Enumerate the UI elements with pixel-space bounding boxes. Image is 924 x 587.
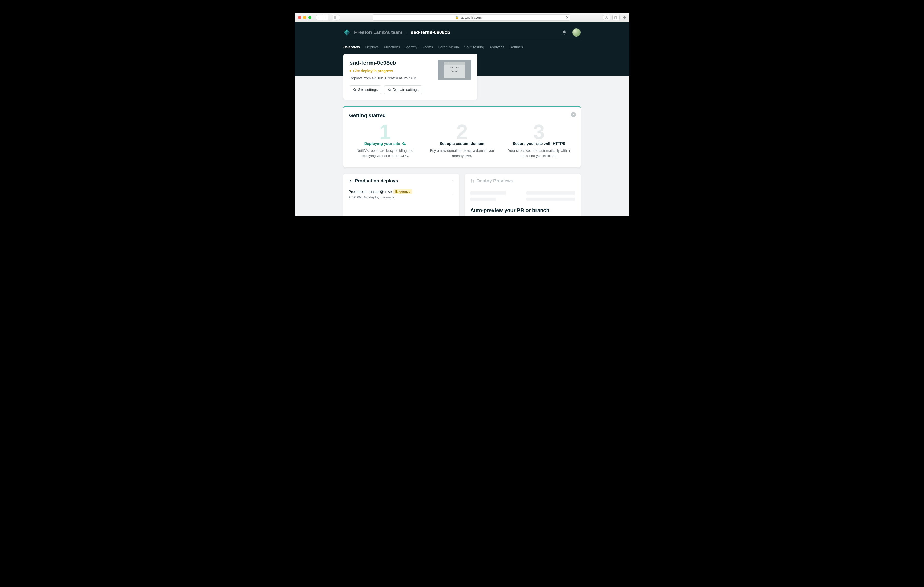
site-name[interactable]: sad-fermi-0e08cb xyxy=(411,30,450,35)
site-settings-button[interactable]: Site settings xyxy=(350,85,381,94)
chrome-right xyxy=(603,15,626,20)
chevron-right-icon: › xyxy=(452,179,454,184)
sidebar-toggle[interactable] xyxy=(333,15,340,20)
gear-icon xyxy=(388,88,391,92)
svg-marker-4 xyxy=(347,30,350,33)
nav-buttons: ‹ › xyxy=(316,15,328,20)
avatar[interactable] xyxy=(573,28,581,36)
tab-overview[interactable]: Overview xyxy=(343,45,360,49)
deploy-row[interactable]: Production: master@HEAD Enqueued 9:57 PM… xyxy=(348,189,454,199)
skeleton xyxy=(526,191,576,194)
card-header[interactable]: Production deploys › xyxy=(348,178,454,184)
main-content: sad-fermi-0e08cb Site deploy in progress… xyxy=(343,54,581,217)
maximize-window[interactable] xyxy=(309,16,312,19)
step-title: Secure your site with HTTPS xyxy=(503,141,575,146)
step-custom-domain[interactable]: 2 Set up a custom domain Buy a new domai… xyxy=(426,122,498,158)
breadcrumb: Preston Lamb's team › sad-fermi-0e08cb xyxy=(343,22,581,41)
minimize-window[interactable] xyxy=(303,16,306,19)
source-link[interactable]: GitHub xyxy=(372,76,383,80)
step-number: 1 xyxy=(349,122,421,142)
happy-face-icon xyxy=(449,67,460,73)
svg-point-7 xyxy=(350,180,351,182)
step-subtitle: Buy a new domain or setup a domain you a… xyxy=(427,148,497,158)
auto-preview-title: Auto-preview your PR or branch xyxy=(470,207,576,213)
tab-analytics[interactable]: Analytics xyxy=(489,45,504,49)
production-deploys-card: Production deploys › Production: master@… xyxy=(343,174,459,217)
deploy-head: HEAD xyxy=(384,190,392,194)
team-name[interactable]: Preston Lamb's team xyxy=(354,30,402,35)
netlify-logo-icon[interactable] xyxy=(343,29,351,36)
getting-started-card: ✕ Getting started 1 Deploying your site … xyxy=(343,106,581,168)
commit-icon xyxy=(348,179,353,183)
back-button[interactable]: ‹ xyxy=(316,15,322,20)
forward-button[interactable]: › xyxy=(322,15,328,20)
lock-icon: 🔒 xyxy=(455,16,459,19)
address-bar[interactable]: 🔒 app.netlify.com ⟳ xyxy=(373,15,570,21)
step-title: Set up a custom domain xyxy=(426,141,498,146)
skeleton xyxy=(526,197,576,201)
step-number: 2 xyxy=(426,122,498,142)
svg-point-12 xyxy=(473,182,474,183)
deploy-status: Site deploy in progress xyxy=(350,69,432,73)
step-subtitle: Your site is secured automatically with … xyxy=(504,148,574,158)
add-tab-icon[interactable] xyxy=(623,16,626,19)
deploy-branch: master@ xyxy=(368,190,384,194)
svg-rect-2 xyxy=(615,17,617,19)
step-subtitle: Netlify's robots are busy building and d… xyxy=(350,148,420,158)
status-badge: Enqueued xyxy=(393,189,412,194)
svg-marker-6 xyxy=(344,30,347,33)
skeleton xyxy=(470,191,507,194)
gear-icon xyxy=(353,88,356,92)
site-summary-card: sad-fermi-0e08cb Site deploy in progress… xyxy=(343,54,477,100)
browser-chrome: ‹ › 🔒 app.netlify.com ⟳ xyxy=(295,13,629,22)
window-controls xyxy=(298,16,312,19)
reload-icon[interactable]: ⟳ xyxy=(566,16,568,19)
step-deploying[interactable]: 1 Deploying your site Netlify's robots a… xyxy=(349,122,421,158)
svg-point-10 xyxy=(471,179,472,180)
deploy-subline: 9:57 PM: No deploy message xyxy=(348,195,452,199)
site-tabs: Overview Deploys Functions Identity Form… xyxy=(343,41,581,54)
card-title: Deploy Previews xyxy=(477,178,513,184)
tab-split-testing[interactable]: Split Testing xyxy=(464,45,484,49)
app-viewport: Preston Lamb's team › sad-fermi-0e08cb O… xyxy=(295,22,629,217)
chevron-right-icon: › xyxy=(452,192,454,196)
deploy-env: Production: xyxy=(348,190,368,194)
svg-marker-5 xyxy=(344,33,347,36)
domain-settings-button[interactable]: Domain settings xyxy=(384,85,422,94)
getting-started-title: Getting started xyxy=(349,113,575,118)
tab-functions[interactable]: Functions xyxy=(384,45,400,49)
deploy-previews-card: Deploy Previews Auto-preview your PR or … xyxy=(465,174,581,217)
tabs-button[interactable] xyxy=(612,15,620,20)
browser-window: ‹ › 🔒 app.netlify.com ⟳ xyxy=(295,13,629,217)
share-button[interactable] xyxy=(603,15,610,20)
card-header: Deploy Previews xyxy=(470,178,576,184)
tab-deploys[interactable]: Deploys xyxy=(365,45,379,49)
skeleton xyxy=(470,197,496,201)
bell-icon[interactable] xyxy=(562,30,567,35)
svg-rect-0 xyxy=(334,16,338,19)
chevron-right-icon: › xyxy=(406,30,407,35)
tab-identity[interactable]: Identity xyxy=(405,45,417,49)
tab-large-media[interactable]: Large Media xyxy=(438,45,459,49)
step-number: 3 xyxy=(503,122,575,142)
tab-forms[interactable]: Forms xyxy=(422,45,433,49)
step-title: Deploying your site xyxy=(349,141,421,146)
svg-point-11 xyxy=(471,182,472,183)
tab-settings[interactable]: Settings xyxy=(510,45,523,49)
url-text: app.netlify.com xyxy=(461,16,482,19)
card-title: Production deploys xyxy=(355,178,398,184)
close-window[interactable] xyxy=(298,16,301,19)
deploy-meta: Deploys from GitHub. Created at 9:57 PM. xyxy=(350,76,432,80)
pull-request-icon xyxy=(470,179,474,183)
step-https[interactable]: 3 Secure your site with HTTPS Your site … xyxy=(503,122,575,158)
spinner-icon xyxy=(402,142,406,146)
close-icon[interactable]: ✕ xyxy=(571,112,576,117)
site-title: sad-fermi-0e08cb xyxy=(350,59,432,66)
site-thumbnail xyxy=(438,59,471,80)
